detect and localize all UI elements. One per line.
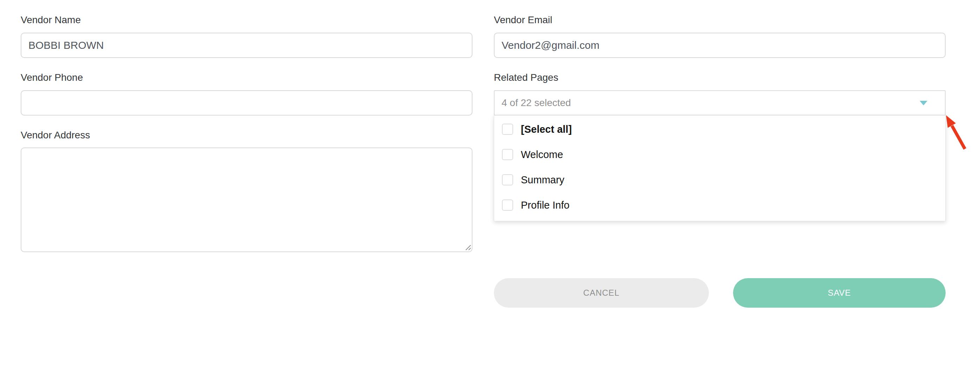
- option-label: Summary: [521, 174, 564, 186]
- option-welcome[interactable]: Welcome: [494, 142, 945, 167]
- summary-checkbox[interactable]: [502, 174, 513, 185]
- vendor-name-label: Vendor Name: [21, 15, 81, 25]
- option-select-all[interactable]: [Select all]: [494, 117, 945, 142]
- save-button[interactable]: SAVE: [733, 278, 946, 308]
- vendor-phone-label: Vendor Phone: [21, 73, 83, 83]
- option-label: Profile Info: [521, 200, 570, 211]
- related-pages-dropdown: [Select all] Welcome Summary Profile Inf…: [494, 115, 946, 221]
- option-profile-info[interactable]: Profile Info: [494, 192, 945, 218]
- vendor-email-label: Vendor Email: [494, 15, 552, 25]
- related-pages-selected-summary: 4 of 22 selected: [501, 97, 920, 109]
- option-summary[interactable]: Summary: [494, 167, 945, 192]
- option-label: [Select all]: [521, 124, 572, 135]
- option-label: Welcome: [521, 149, 563, 161]
- related-pages-select[interactable]: 4 of 22 selected: [494, 90, 946, 115]
- vendor-address-textarea[interactable]: [21, 147, 473, 252]
- vendor-address-label: Vendor Address: [21, 130, 90, 140]
- vendor-email-input[interactable]: [494, 33, 946, 58]
- select-all-checkbox[interactable]: [502, 124, 513, 135]
- vendor-phone-input[interactable]: [21, 90, 473, 115]
- profile-info-checkbox[interactable]: [502, 200, 513, 211]
- vendor-name-input[interactable]: [21, 33, 473, 58]
- welcome-checkbox[interactable]: [502, 149, 513, 160]
- vendor-edit-form: Vendor Name Vendor Phone Vendor Address …: [0, 0, 980, 380]
- chevron-down-icon[interactable]: [920, 101, 928, 105]
- related-pages-label: Related Pages: [494, 73, 558, 83]
- cancel-button[interactable]: CANCEL: [494, 278, 709, 308]
